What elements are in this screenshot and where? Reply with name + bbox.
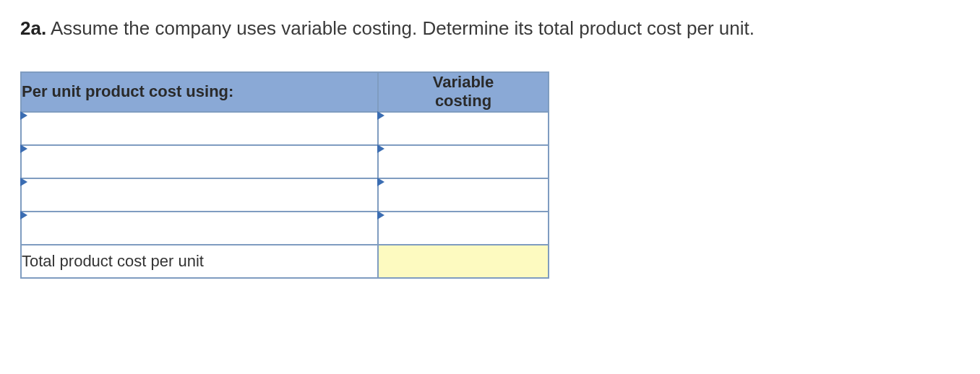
header-left-text: Per unit product cost using: xyxy=(22,82,233,100)
dropdown-marker-icon xyxy=(20,144,27,153)
footer-total-cell[interactable] xyxy=(378,245,549,278)
value-cell[interactable] xyxy=(378,112,549,145)
table-footer-row: Total product cost per unit xyxy=(21,245,549,278)
header-right-line2: costing xyxy=(435,92,491,110)
table-row xyxy=(21,145,549,178)
dropdown-marker-icon xyxy=(20,111,27,120)
dropdown-marker-icon xyxy=(377,144,384,153)
header-left: Per unit product cost using: xyxy=(21,72,378,112)
item-cell[interactable] xyxy=(21,145,378,178)
footer-label-cell: Total product cost per unit xyxy=(21,245,378,278)
item-cell[interactable] xyxy=(21,178,378,212)
value-cell[interactable] xyxy=(378,212,549,245)
footer-label: Total product cost per unit xyxy=(22,252,204,270)
dropdown-marker-icon xyxy=(377,211,384,219)
dropdown-marker-icon xyxy=(377,178,384,186)
value-cell[interactable] xyxy=(378,145,549,178)
question-label: 2a. xyxy=(20,17,46,39)
dropdown-marker-icon xyxy=(20,211,27,219)
table-row xyxy=(21,212,549,245)
value-cell[interactable] xyxy=(378,178,549,212)
question-body: Assume the company uses variable costing… xyxy=(51,17,755,39)
cost-table: Per unit product cost using: Variable co… xyxy=(20,71,549,279)
dropdown-marker-icon xyxy=(377,111,384,120)
header-right: Variable costing xyxy=(378,72,549,112)
table-row xyxy=(21,112,549,145)
table-row xyxy=(21,178,549,212)
question-text: 2a. Assume the company uses variable cos… xyxy=(20,16,960,41)
item-cell[interactable] xyxy=(21,212,378,245)
page-content: 2a. Assume the company uses variable cos… xyxy=(0,0,980,295)
table-header-row: Per unit product cost using: Variable co… xyxy=(21,72,549,112)
header-right-line1: Variable xyxy=(433,73,494,91)
item-cell[interactable] xyxy=(21,112,378,145)
dropdown-marker-icon xyxy=(20,178,27,186)
